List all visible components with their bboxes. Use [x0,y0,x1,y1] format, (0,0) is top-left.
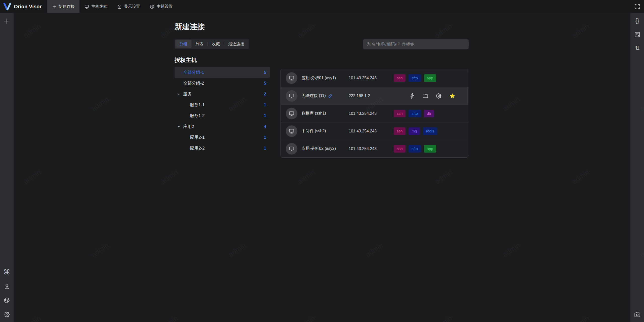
host-row[interactable]: 中间件 (ssh2) 101.43.254.243 sshmqredis [281,122,468,140]
host-avatar [286,143,297,155]
tab-theme-settings[interactable]: 主题设置 [145,0,178,13]
view-tab-recent[interactable]: 最近连接 [224,40,248,48]
tag-db: db [424,110,434,117]
tab-label: 主机终端 [91,4,107,9]
monitor-icon [289,93,295,99]
tab-new-connection[interactable]: 新建连接 [47,0,79,13]
host-list: 应用-分析01 (asy1) 101.43.254.243 sshsftpapp… [280,69,468,158]
tag-sftp: sftp [409,110,421,117]
add-icon[interactable] [3,17,11,25]
host-row[interactable]: 数据库 (ssh1) 101.43.254.243 sshsftpdb [281,104,468,122]
lightning-icon [409,93,415,99]
host-ip: 101.43.254.243 [349,129,394,133]
lightning-icon[interactable] [409,93,415,99]
host-avatar [286,125,297,137]
command-icon[interactable]: ⌘ [3,268,11,276]
palette-icon [150,4,154,9]
host-name: 应用-分析02 (asy2) [302,146,349,151]
main-content: 新建连接 分组 列表 收藏 最近连接 授权主机 ▾ 全部分组-1 5 ▾ 全部分… [14,13,630,322]
tree-item-label: 全部分组-1 [183,69,204,75]
tree-item-label: 服务1-2 [190,113,205,119]
folder-icon [422,93,428,99]
search-input[interactable] [367,42,465,47]
braces-icon[interactable]: {} [633,17,641,25]
view-tab-group[interactable]: 分组 [175,40,191,48]
camera-icon[interactable] [633,310,641,318]
tree-item-count: 5 [264,70,270,75]
view-tab-favorites[interactable]: 收藏 [208,40,224,48]
tree-item-count: 5 [264,81,270,86]
tree-item[interactable]: ▾ 服务1-1 1 [175,99,270,110]
monitor-icon [289,111,295,117]
tag-ssh: ssh [394,145,406,153]
host-ip: 101.43.254.243 [349,147,394,151]
top-tabs: 新建连接 主机终端 显示设置 主题设置 [47,0,178,13]
host-avatar [286,108,297,119]
edit-pencil-icon[interactable] [328,93,333,98]
view-mode-tabs: 分组 列表 收藏 最近连接 [175,39,249,49]
host-avatar [286,72,297,84]
tag-sftp: sftp [409,145,421,153]
tree-item[interactable]: ▾ 全部分组-1 5 [175,67,270,78]
tab-label: 主题设置 [157,4,173,9]
tab-host-terminal[interactable]: 主机终端 [79,0,112,13]
tree-item-count: 1 [264,146,270,151]
host-name: 无法连接 (11) [302,93,349,98]
right-sidebar-bottom [633,310,641,318]
view-tab-list[interactable]: 列表 [191,40,208,48]
stamp-icon[interactable] [3,282,11,290]
tree-item-label: 应用2-1 [190,134,205,140]
tag-app: app [424,74,436,82]
palette-icon[interactable] [3,296,11,304]
tab-label: 显示设置 [124,4,140,9]
tree-item[interactable]: ▾ 服务 2 [175,89,270,99]
sort-icon[interactable]: ⇅ [633,44,641,52]
tree-item[interactable]: ▾ 服务1-2 1 [175,110,270,121]
tree-item[interactable]: ▾ 应用2-1 1 [175,132,270,143]
tag-app: app [424,145,436,153]
host-ip: 101.43.254.243 [349,76,394,80]
star-icon [449,93,456,99]
brand-title: Orion Visor [14,4,42,10]
caret-down-icon[interactable]: ▾ [178,92,183,96]
host-tags: sshsftpapp [394,145,436,153]
right-sidebar-top: {} ⇅ [633,17,641,52]
tree-item-count: 1 [264,135,270,140]
host-ip: 101.43.254.243 [349,111,394,116]
tree-item-label: 应用2 [183,124,194,129]
tree-item[interactable]: ▾ 应用2 4 [175,121,270,132]
fullscreen-icon[interactable] [634,3,640,10]
tree-item-count: 4 [264,124,270,129]
host-row[interactable]: 应用-分析02 (asy2) 101.43.254.243 sshsftpapp [281,140,468,157]
host-name: 中间件 (ssh2) [302,128,349,134]
host-search-box [363,39,469,49]
tag-sftp: sftp [409,74,421,82]
stamp-icon [117,4,122,9]
host-row[interactable]: 无法连接 (11) 222.168.1.2 [281,87,468,104]
tree-item[interactable]: ▾ 应用2-2 1 [175,143,270,154]
left-sidebar-bottom: ⌘ [3,268,11,318]
tree-item-count: 2 [264,92,270,96]
host-ip: 222.168.1.2 [349,94,394,98]
monitor-icon [289,146,295,152]
host-row[interactable]: 应用-分析01 (asy1) 101.43.254.243 sshsftpapp [281,69,468,87]
caret-down-icon[interactable]: ▾ [178,125,183,128]
gear-icon[interactable] [436,93,442,99]
tree-item[interactable]: ▾ 全部分组-2 5 [175,78,270,89]
folder-icon[interactable] [422,93,428,99]
tab-label: 新建连接 [59,4,75,9]
tag-ssh: ssh [394,74,406,82]
star-icon[interactable] [449,93,456,99]
host-group-tree: ▾ 全部分组-1 5 ▾ 全部分组-2 5 ▾ 服务 2 ▾ 服务1-1 1 ▾… [175,67,270,154]
host-name: 数据库 (ssh1) [302,111,349,116]
page-title: 新建连接 [175,22,205,32]
tag-ssh: ssh [394,110,406,117]
tag-mq: mq [409,127,420,135]
gear-icon[interactable] [3,310,11,318]
top-navigation-bar: Orion Visor 新建连接 主机终端 显示设置 主题设置 [0,0,644,13]
document-bookmark-icon[interactable] [633,30,641,39]
plus-icon [52,5,56,9]
left-sidebar: ⌘ [0,13,14,322]
tag-ssh: ssh [394,127,406,135]
tab-display-settings[interactable]: 显示设置 [112,0,145,13]
